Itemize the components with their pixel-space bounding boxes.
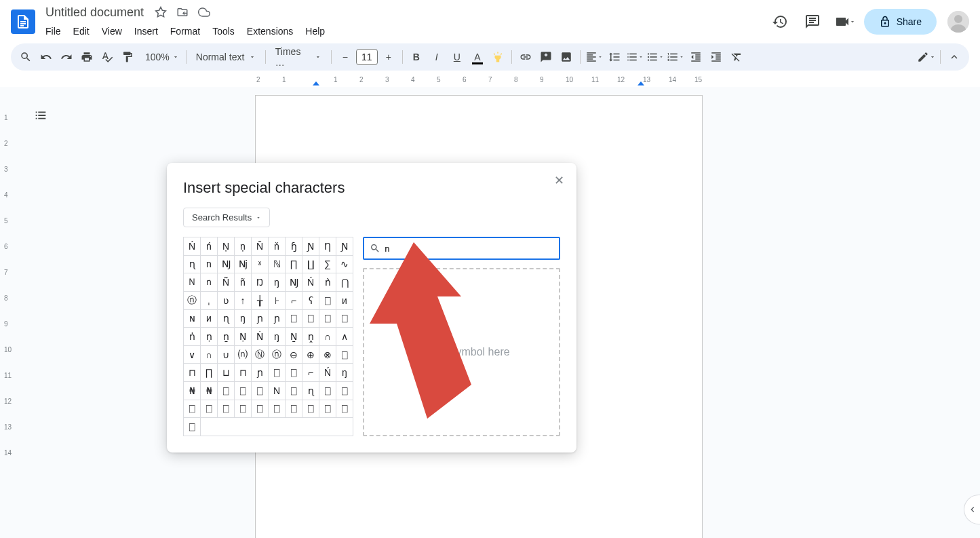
add-comment-button[interactable] <box>536 47 555 66</box>
char-cell[interactable]: ɧ <box>286 237 302 256</box>
char-cell[interactable]: ℕ <box>269 255 286 273</box>
char-cell[interactable]: ǋ <box>235 255 252 273</box>
docs-logo[interactable] <box>11 9 35 34</box>
char-cell[interactable]: ⎕ <box>336 382 353 400</box>
char-cell[interactable]: ⎕ <box>319 382 336 400</box>
char-cell[interactable]: ∿ <box>336 255 353 273</box>
ruler-vertical[interactable]: 1234567891011121314 <box>3 87 14 538</box>
char-cell[interactable]: ň <box>269 237 286 256</box>
char-cell[interactable]: ŋ <box>235 309 252 328</box>
char-cell[interactable]: ⊔ <box>218 364 235 382</box>
char-cell[interactable]: Ŋ <box>252 273 269 292</box>
numbered-list-button[interactable] <box>666 47 685 66</box>
char-cell[interactable]: ˌ <box>201 291 218 309</box>
char-cell[interactable]: ⎕ <box>286 309 302 328</box>
char-cell[interactable]: ⌐ <box>302 364 319 382</box>
char-cell[interactable]: ⎕ <box>319 400 336 418</box>
menu-view[interactable]: View <box>97 23 127 39</box>
char-cell[interactable]: ⒩ <box>235 345 252 364</box>
bold-button[interactable]: B <box>407 47 426 66</box>
menu-tools[interactable]: Tools <box>208 23 239 39</box>
decrease-font-button[interactable]: − <box>336 47 355 66</box>
italic-button[interactable]: I <box>427 47 446 66</box>
char-cell[interactable]: ņ <box>235 237 252 256</box>
char-cell[interactable]: Ņ <box>218 237 235 256</box>
char-cell[interactable]: ∑ <box>319 255 336 273</box>
font-size-input[interactable] <box>356 49 378 65</box>
char-cell[interactable]: ⎕ <box>286 382 302 400</box>
char-cell[interactable]: ∨ <box>184 345 201 364</box>
char-cell[interactable]: ŋ <box>269 328 286 346</box>
user-avatar[interactable] <box>947 11 969 33</box>
checklist-button[interactable] <box>625 47 644 66</box>
align-button[interactable] <box>585 47 604 66</box>
close-icon[interactable]: ✕ <box>551 172 567 189</box>
underline-button[interactable]: U <box>448 47 467 66</box>
char-cell[interactable]: ⎕ <box>319 309 336 328</box>
char-cell[interactable]: ⎕ <box>252 382 269 400</box>
char-cell[interactable]: Ɲ <box>302 237 319 256</box>
char-cell[interactable]: ɳ <box>218 309 235 328</box>
char-cell[interactable]: ɳ <box>302 382 319 400</box>
history-icon[interactable] <box>766 8 793 35</box>
move-icon[interactable] <box>173 3 192 22</box>
bulleted-list-button[interactable] <box>646 47 665 66</box>
undo-button[interactable] <box>37 47 56 66</box>
document-title[interactable]: Untitled document <box>41 4 149 21</box>
char-cell[interactable]: Ɲ <box>336 237 353 256</box>
line-spacing-button[interactable] <box>605 47 624 66</box>
char-cell[interactable]: ɲ <box>269 309 286 328</box>
char-cell[interactable]: Ｎ <box>184 273 201 292</box>
char-cell[interactable]: ₦ <box>201 382 218 400</box>
comments-icon[interactable] <box>799 8 826 35</box>
char-cell[interactable]: ⊕ <box>302 345 319 364</box>
char-cell[interactable]: ⎕ <box>336 400 353 418</box>
char-cell[interactable]: ∪ <box>218 345 235 364</box>
char-cell[interactable]: ⎕ <box>319 291 336 309</box>
char-cell[interactable]: ⊦ <box>269 291 286 309</box>
char-cell[interactable]: и <box>201 309 218 328</box>
decrease-indent-button[interactable] <box>686 47 705 66</box>
char-cell[interactable]: ∏ <box>286 255 302 273</box>
print-button[interactable] <box>77 47 96 66</box>
char-cell[interactable]: Ν <box>269 382 286 400</box>
show-side-panel-button[interactable] <box>964 495 980 524</box>
char-cell[interactable]: ∐ <box>302 255 319 273</box>
clear-formatting-button[interactable] <box>727 47 746 66</box>
char-cell[interactable]: ŋ <box>336 364 353 382</box>
redo-button[interactable] <box>57 47 76 66</box>
char-cell[interactable]: Ń <box>302 273 319 292</box>
search-field[interactable] <box>385 244 553 254</box>
char-cell[interactable]: ⎕ <box>302 400 319 418</box>
search-menus-icon[interactable] <box>16 47 35 66</box>
share-button[interactable]: Share <box>864 9 937 35</box>
char-cell[interactable]: n <box>201 255 218 273</box>
collapse-toolbar-button[interactable] <box>945 47 964 66</box>
highlight-button[interactable] <box>488 47 507 66</box>
char-cell[interactable]: ɲ <box>252 309 269 328</box>
char-cell[interactable]: ⎕ <box>302 309 319 328</box>
char-cell[interactable]: ⌐ <box>286 291 302 309</box>
font-dropdown[interactable]: Times … <box>270 47 327 66</box>
char-cell[interactable]: Ṇ <box>235 328 252 346</box>
char-cell[interactable]: ⎕ <box>336 345 353 364</box>
char-cell[interactable]: ɳ <box>184 255 201 273</box>
char-cell[interactable]: Ṉ <box>286 328 302 346</box>
styles-dropdown[interactable]: Normal text <box>191 47 261 66</box>
char-cell[interactable]: ∏ <box>201 364 218 382</box>
char-cell[interactable]: ⊖ <box>286 345 302 364</box>
char-cell[interactable]: ⊓ <box>235 364 252 382</box>
char-cell[interactable]: ṅ <box>184 328 201 346</box>
char-cell[interactable]: Ṅ <box>252 328 269 346</box>
char-cell[interactable]: ⎕ <box>184 418 201 436</box>
menu-edit[interactable]: Edit <box>68 23 94 39</box>
menu-extensions[interactable]: Extensions <box>242 23 298 39</box>
increase-indent-button[interactable] <box>707 47 726 66</box>
char-cell[interactable]: Ƞ <box>319 237 336 256</box>
char-cell[interactable]: Ñ <box>218 273 235 292</box>
char-cell[interactable]: ⎕ <box>201 400 218 418</box>
paint-format-button[interactable] <box>118 47 137 66</box>
category-dropdown[interactable]: Search Results <box>183 208 270 227</box>
char-cell[interactable]: ṉ <box>218 328 235 346</box>
char-cell[interactable]: Ň <box>252 237 269 256</box>
